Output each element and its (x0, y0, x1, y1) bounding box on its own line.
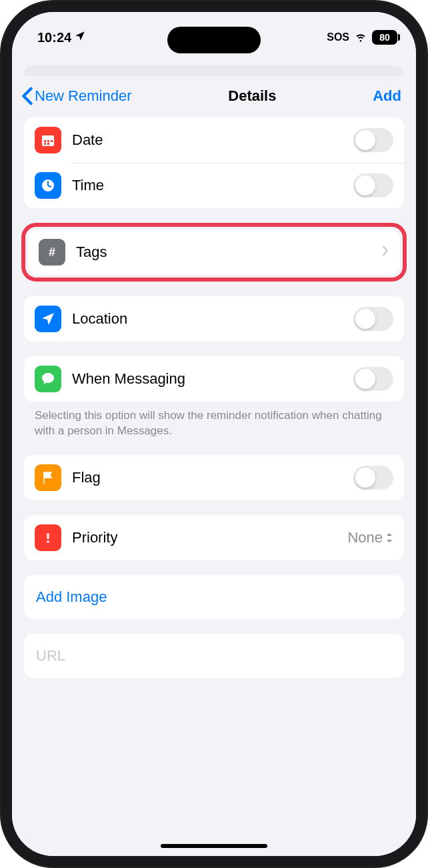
status-time: 10:24 (37, 30, 71, 45)
priority-value-text: None (347, 529, 383, 546)
battery-icon: 80 (372, 30, 397, 45)
up-down-icon (385, 532, 393, 544)
datetime-group: Date Time (24, 117, 404, 208)
url-field[interactable]: URL (24, 634, 404, 678)
messaging-row[interactable]: When Messaging (24, 356, 404, 402)
add-image-group: Add Image (24, 575, 404, 619)
time-row[interactable]: Time (24, 163, 404, 208)
clock-icon (35, 172, 61, 199)
location-icon (35, 306, 61, 332)
svg-rect-6 (47, 143, 49, 145)
calendar-icon (35, 127, 61, 153)
svg-rect-1 (42, 135, 54, 138)
device-screen: 10:24 SOS 80 New Reminder (12, 12, 416, 856)
hashtag-icon: # (39, 239, 65, 266)
status-right: SOS 80 (327, 29, 397, 47)
back-label: New Reminder (35, 87, 132, 105)
tags-group: # Tags (28, 230, 400, 275)
tags-label: Tags (76, 244, 371, 261)
messaging-group: When Messaging (24, 356, 404, 402)
priority-value: None (347, 529, 393, 546)
messaging-toggle[interactable] (353, 367, 393, 391)
url-group: URL (24, 634, 404, 678)
add-image-button[interactable]: Add Image (24, 575, 404, 619)
location-group: Location (24, 296, 404, 342)
dynamic-island (167, 27, 261, 53)
location-arrow-icon (74, 30, 86, 45)
flag-row[interactable]: Flag (24, 455, 404, 500)
location-row[interactable]: Location (24, 296, 404, 342)
time-label: Time (72, 177, 343, 194)
tags-highlight: # Tags (21, 223, 407, 282)
details-sheet: New Reminder Details Add Date (12, 76, 416, 856)
svg-rect-9 (47, 533, 49, 539)
nav-bar: New Reminder Details Add (12, 76, 416, 117)
chevron-right-icon (381, 245, 389, 260)
message-icon (35, 366, 61, 392)
flag-group: Flag (24, 455, 404, 500)
back-button[interactable]: New Reminder (21, 87, 132, 105)
date-label: Date (72, 131, 343, 149)
device-frame: 10:24 SOS 80 New Reminder (0, 0, 428, 868)
messaging-footer: Selecting this option will show the remi… (12, 407, 416, 439)
add-button[interactable]: Add (373, 87, 401, 105)
svg-rect-4 (51, 140, 53, 142)
status-left: 10:24 (37, 30, 86, 45)
tags-row[interactable]: # Tags (28, 230, 400, 275)
wifi-icon (353, 29, 368, 47)
svg-rect-5 (44, 143, 46, 145)
svg-text:#: # (49, 246, 55, 259)
priority-label: Priority (72, 529, 337, 546)
time-toggle[interactable] (353, 173, 393, 197)
date-row[interactable]: Date (24, 117, 404, 163)
home-indicator (161, 844, 267, 848)
messaging-label: When Messaging (72, 370, 343, 388)
date-toggle[interactable] (353, 128, 393, 152)
svg-point-10 (47, 540, 49, 543)
priority-group: Priority None (24, 515, 404, 560)
svg-rect-3 (47, 140, 49, 142)
nav-title: Details (228, 87, 276, 105)
flag-icon (35, 464, 61, 491)
location-label: Location (72, 310, 343, 328)
flag-label: Flag (72, 469, 343, 486)
priority-row[interactable]: Priority None (24, 515, 404, 560)
sos-label: SOS (327, 31, 349, 43)
svg-rect-2 (44, 140, 46, 142)
exclamation-icon (35, 524, 61, 551)
location-toggle[interactable] (353, 307, 393, 331)
battery-level: 80 (372, 30, 397, 45)
flag-toggle[interactable] (353, 466, 393, 490)
